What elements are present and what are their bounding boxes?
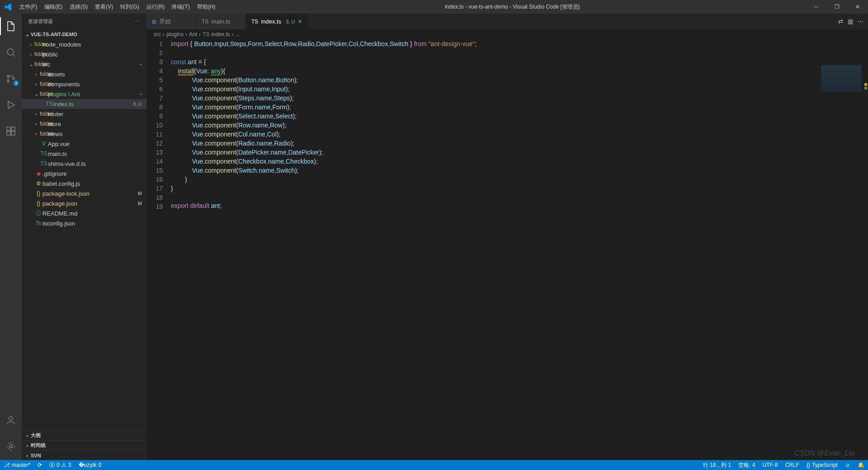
editor-tab[interactable]: ⊞开始	[146, 14, 196, 29]
tree-item[interactable]: ›foldernode_modules	[22, 39, 146, 49]
menu-item[interactable]: 终端(T)	[168, 3, 193, 11]
vscode-logo-icon	[0, 3, 16, 11]
tree-item[interactable]: TSmain.ts	[22, 149, 146, 159]
tree-item[interactable]: ›foldercomponents	[22, 79, 146, 89]
file-tree: ›foldernode_modules›folderpublic⌄folders…	[22, 39, 146, 430]
menu-item[interactable]: 运行(R)	[143, 3, 169, 11]
problems[interactable]: ⓧ 0 ⚠ 3	[46, 461, 75, 469]
run-debug-icon[interactable]	[0, 96, 22, 114]
feedback-icon[interactable]: ☺	[841, 461, 854, 469]
svg-rect-4	[7, 127, 10, 131]
window-title: index.ts - vue-ts-ant-demo - Visual Stud…	[219, 3, 806, 11]
tree-item[interactable]: ⚙babel.config.js	[22, 179, 146, 188]
minimap[interactable]	[821, 65, 862, 92]
svg-point-1	[7, 75, 9, 77]
encoding[interactable]: UTF-8	[759, 461, 782, 469]
eol[interactable]: CRLF	[782, 461, 803, 469]
menu-item[interactable]: 帮助(H)	[193, 3, 219, 11]
menu-item[interactable]: 选择(S)	[66, 3, 91, 11]
title-bar: 文件(F)编辑(E)选择(S)查看(V)转到(G)运行(R)终端(T)帮助(H)…	[0, 0, 868, 14]
tree-item[interactable]: ⌄foldersrc	[22, 59, 146, 69]
sync-icon[interactable]: ⟳	[34, 462, 46, 468]
outline-section[interactable]: ›大纲	[22, 430, 146, 440]
scm-badge: 3	[13, 80, 19, 86]
svg-rect-6	[11, 132, 15, 135]
git-branch[interactable]: ⎇ master*	[0, 462, 34, 468]
split-editor-icon[interactable]: ▥	[848, 18, 853, 25]
editor-tabs: ⊞开始TSmain.tsTSindex.ts3, U✕ ⇄ ▥ ⋯	[146, 14, 868, 29]
timeline-section[interactable]: ›时间线	[22, 440, 146, 450]
svg-point-8	[9, 417, 13, 420]
tree-item[interactable]: TSshims-vue.d.ts	[22, 159, 146, 169]
extensions-icon[interactable]	[0, 122, 22, 140]
settings-gear-icon[interactable]	[0, 437, 22, 456]
svg-rect-7	[11, 127, 15, 131]
tree-item[interactable]: ›folderassets	[22, 69, 146, 79]
language-mode[interactable]: {} TypeScript	[803, 461, 841, 469]
sidebar-title: 资源管理器 ⋯	[22, 14, 146, 29]
minimize-button[interactable]: ─	[806, 0, 826, 14]
line-numbers: 12345678910111213141516171819	[146, 39, 171, 460]
tree-item[interactable]: ⌄folderplugins \ Ant	[22, 89, 146, 99]
svn-section[interactable]: ›SVN	[22, 450, 146, 460]
tree-item[interactable]: Tstsconfig.json	[22, 218, 146, 228]
menu-item[interactable]: 文件(F)	[16, 3, 41, 11]
menu-item[interactable]: 查看(V)	[91, 3, 117, 11]
svg-point-9	[9, 445, 12, 448]
svg-point-2	[7, 80, 9, 82]
watermark: CSDN @Evan_Liu	[794, 449, 854, 457]
more-actions-icon[interactable]: ⋯	[134, 19, 140, 24]
overview-ruler	[862, 65, 868, 460]
tree-item[interactable]: VApp.vue	[22, 139, 146, 149]
tree-item[interactable]: ›folderstore	[22, 119, 146, 129]
menu-item[interactable]: 转到(G)	[117, 3, 142, 11]
svg-rect-5	[7, 132, 10, 135]
notifications-icon[interactable]: 🔔	[854, 461, 868, 469]
tree-item[interactable]: ›folderpublic	[22, 49, 146, 59]
editor-area: ⊞开始TSmain.tsTSindex.ts3, U✕ ⇄ ▥ ⋯ src›pl…	[146, 14, 868, 460]
editor-tab[interactable]: TSindex.ts3, U✕	[246, 14, 308, 29]
source-control-icon[interactable]: 3	[0, 70, 22, 88]
maximize-button[interactable]: ❐	[826, 0, 847, 14]
search-icon[interactable]	[0, 43, 22, 61]
account-icon[interactable]	[0, 411, 22, 429]
status-bar: ⎇ master* ⟳ ⓧ 0 ⚠ 3 �użytk 0 行 18，列 1 空格…	[0, 460, 868, 470]
code-editor[interactable]: 12345678910111213141516171819 import { B…	[146, 39, 868, 460]
explorer-sidebar: 资源管理器 ⋯ ⌄VUE-TS-ANT-DEMO ›foldernode_mod…	[22, 14, 146, 460]
breadcrumbs[interactable]: src›plugins›Ant›TS index.ts›...	[146, 29, 868, 39]
svg-point-0	[7, 49, 14, 55]
tree-item[interactable]: ›folderviews	[22, 129, 146, 139]
cursor-position[interactable]: 行 18，列 1	[699, 461, 735, 469]
tree-item[interactable]: TSindex.ts3, U	[22, 99, 146, 109]
activity-bar: 3	[0, 14, 22, 460]
tree-item[interactable]: ⓘREADME.md	[22, 208, 146, 218]
port[interactable]: �użytk 0	[75, 462, 105, 468]
explorer-icon[interactable]	[0, 17, 22, 35]
close-button[interactable]: ✕	[847, 0, 868, 14]
menu-item[interactable]: 编辑(E)	[41, 3, 66, 11]
main-menu: 文件(F)编辑(E)选择(S)查看(V)转到(G)运行(R)终端(T)帮助(H)	[16, 3, 219, 11]
tree-item[interactable]: {}package-lock.jsonM	[22, 188, 146, 198]
svg-point-3	[13, 78, 14, 80]
editor-tab[interactable]: TSmain.ts	[196, 14, 246, 29]
tree-item[interactable]: ◆.gitignore	[22, 169, 146, 179]
tree-item[interactable]: {}package.jsonM	[22, 198, 146, 208]
tree-item[interactable]: ›folderrouter	[22, 109, 146, 119]
project-header[interactable]: ⌄VUE-TS-ANT-DEMO	[22, 29, 146, 39]
indentation[interactable]: 空格: 4	[735, 461, 759, 469]
compare-icon[interactable]: ⇄	[838, 18, 843, 25]
more-icon[interactable]: ⋯	[858, 18, 863, 25]
